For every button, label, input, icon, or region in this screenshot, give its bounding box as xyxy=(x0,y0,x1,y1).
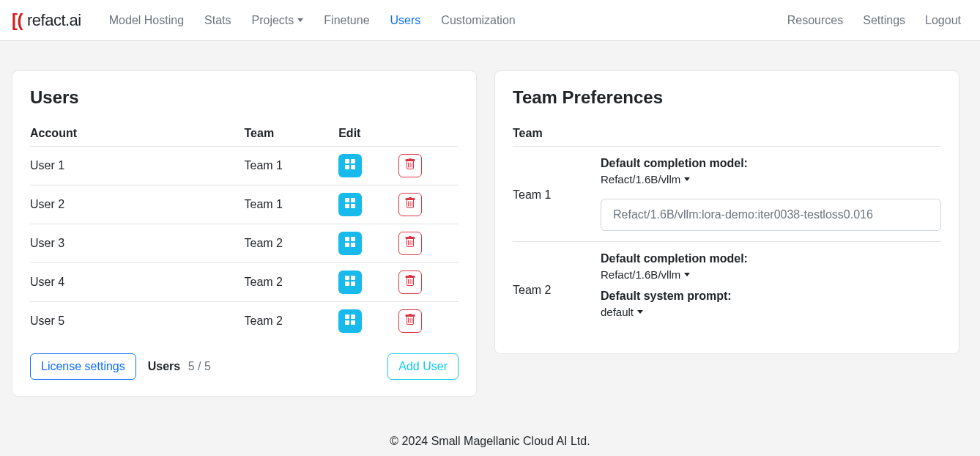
col-header-edit: Edit xyxy=(338,121,459,147)
users-card: Users Account Team Edit User 1Team 1User… xyxy=(12,70,477,397)
prefs-title: Team Preferences xyxy=(513,87,941,108)
svg-rect-12 xyxy=(345,276,349,280)
cell-account: User 2 xyxy=(30,185,245,224)
edit-user-button[interactable] xyxy=(338,271,362,294)
topbar-right: Resources Settings Logout xyxy=(780,8,968,33)
svg-rect-13 xyxy=(351,276,355,280)
trash-icon xyxy=(404,275,416,290)
delete-user-button[interactable] xyxy=(398,193,422,216)
nav-finetune[interactable]: Finetune xyxy=(315,8,378,33)
cell-actions xyxy=(338,185,459,224)
cell-account: User 4 xyxy=(30,263,245,302)
cell-account: User 1 xyxy=(30,147,245,185)
chevron-down-icon xyxy=(297,18,303,22)
nav-customization[interactable]: Customization xyxy=(432,8,524,33)
table-row: User 3Team 2 xyxy=(30,224,459,263)
svg-rect-10 xyxy=(345,243,349,247)
svg-rect-7 xyxy=(351,204,355,208)
cell-team: Team 2 xyxy=(245,224,339,263)
svg-rect-4 xyxy=(345,198,349,202)
pref-team-body: Default completion model: Refact/1.6B/vl… xyxy=(601,157,941,231)
cell-actions xyxy=(338,224,459,263)
svg-rect-9 xyxy=(351,237,355,241)
pref-row-team1: Team 1 Default completion model: Refact/… xyxy=(513,146,941,241)
edit-user-button[interactable] xyxy=(338,193,362,216)
cell-team: Team 2 xyxy=(245,263,339,302)
trash-icon xyxy=(404,197,416,212)
table-row: User 2Team 1 xyxy=(30,185,459,224)
cell-actions xyxy=(338,302,459,341)
topbar: [( refact.ai Model Hosting Stats Project… xyxy=(0,0,980,41)
completion-model-dropdown[interactable]: Refact/1.6B/vllm xyxy=(601,268,690,281)
prefs-team-header: Team xyxy=(513,121,941,146)
page-footer: © 2024 Small Magellanic Cloud AI Ltd. xyxy=(0,414,980,456)
svg-rect-17 xyxy=(351,315,355,319)
nav-resources[interactable]: Resources xyxy=(780,8,853,33)
topbar-left: [( refact.ai Model Hosting Stats Project… xyxy=(12,8,524,33)
cell-team: Team 2 xyxy=(245,302,339,341)
table-row: User 4Team 2 xyxy=(30,263,459,302)
add-user-button[interactable]: Add User xyxy=(387,353,459,380)
users-footer-left: License settings Users 5 / 5 xyxy=(30,353,211,380)
qr-icon xyxy=(344,158,356,173)
cell-actions xyxy=(338,147,459,185)
nav-users[interactable]: Users xyxy=(382,8,430,33)
svg-rect-0 xyxy=(345,159,349,163)
main-container: Users Account Team Edit User 1Team 1User… xyxy=(0,41,980,414)
svg-rect-14 xyxy=(345,282,349,286)
completion-model-label: Default completion model: xyxy=(601,252,941,265)
users-table: Account Team Edit User 1Team 1User 2Team… xyxy=(30,121,459,340)
edit-user-button[interactable] xyxy=(338,154,362,177)
logo-icon: [( xyxy=(12,10,23,31)
pref-team-body: Default completion model: Refact/1.6B/vl… xyxy=(601,252,941,327)
delete-user-button[interactable] xyxy=(398,232,422,255)
prefs-table: Team xyxy=(513,121,941,146)
delete-user-button[interactable] xyxy=(398,271,422,294)
system-prompt-label: Default system prompt: xyxy=(601,290,941,303)
completion-model-label: Default completion model: xyxy=(601,157,941,170)
nav-settings[interactable]: Settings xyxy=(855,8,915,33)
svg-rect-3 xyxy=(351,165,355,169)
qr-icon xyxy=(344,236,356,251)
svg-rect-19 xyxy=(351,320,355,325)
nav-model-hosting[interactable]: Model Hosting xyxy=(100,8,193,33)
license-settings-button[interactable]: License settings xyxy=(30,353,136,380)
table-row: User 1Team 1 xyxy=(30,147,459,185)
svg-rect-6 xyxy=(345,204,349,208)
trash-icon xyxy=(404,236,416,251)
trash-icon xyxy=(404,314,416,328)
users-title: Users xyxy=(30,87,459,108)
qr-icon xyxy=(344,197,356,212)
completion-model-detail: Refact/1.6B/vllm:lora-demo:iter0038-test… xyxy=(601,199,941,231)
nav-projects[interactable]: Projects xyxy=(243,8,313,33)
nav-logout[interactable]: Logout xyxy=(918,8,968,33)
table-row: User 5Team 2 xyxy=(30,302,459,341)
edit-user-button[interactable] xyxy=(338,309,362,333)
svg-rect-16 xyxy=(345,315,349,319)
qr-icon xyxy=(344,275,356,290)
svg-rect-8 xyxy=(345,237,349,241)
users-count-value: 5 / 5 xyxy=(188,360,211,372)
chevron-down-icon xyxy=(684,177,690,181)
svg-rect-1 xyxy=(351,159,355,163)
delete-user-button[interactable] xyxy=(398,309,422,333)
users-count-label: Users xyxy=(148,360,180,372)
chevron-down-icon xyxy=(637,310,643,314)
completion-model-dropdown[interactable]: Refact/1.6B/vllm xyxy=(601,173,690,185)
delete-user-button[interactable] xyxy=(398,154,422,177)
pref-team-name: Team 1 xyxy=(513,157,601,231)
svg-rect-18 xyxy=(345,320,349,325)
svg-rect-15 xyxy=(351,282,355,286)
col-header-team: Team xyxy=(245,121,339,147)
system-prompt-dropdown[interactable]: default xyxy=(601,306,643,318)
cell-account: User 3 xyxy=(30,224,245,263)
edit-user-button[interactable] xyxy=(338,232,362,255)
nav-stats[interactable]: Stats xyxy=(196,8,240,33)
cell-team: Team 1 xyxy=(245,185,339,224)
svg-rect-5 xyxy=(351,198,355,202)
brand[interactable]: [( refact.ai xyxy=(12,10,81,31)
trash-icon xyxy=(404,158,416,173)
pref-team-name: Team 2 xyxy=(513,252,601,327)
cell-actions xyxy=(338,263,459,302)
chevron-down-icon xyxy=(684,273,690,276)
